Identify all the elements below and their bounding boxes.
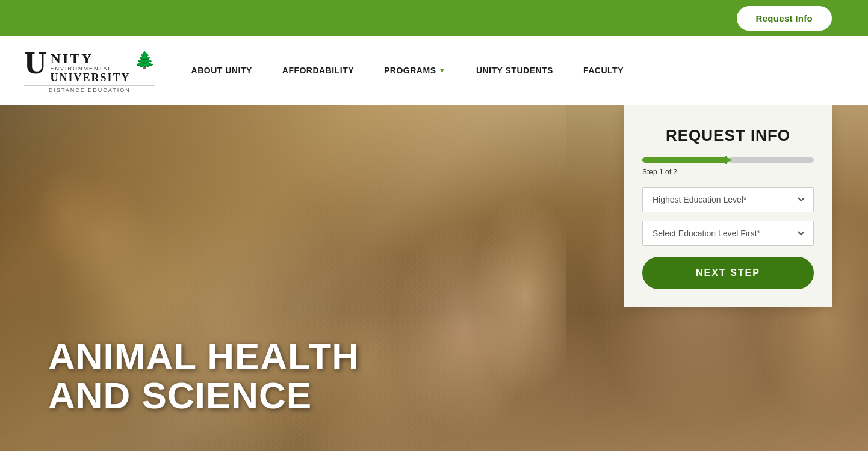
request-info-card: REQUEST INFO Step 1 of 2 Highest Educati… [624, 105, 832, 307]
progress-step-1 [642, 157, 727, 163]
logo-environmental: ENVIRONMENTAL [51, 66, 131, 72]
education-level-second-select[interactable]: Select Education Level First* [642, 221, 814, 246]
progress-bar [642, 157, 814, 163]
logo-u: U [24, 48, 47, 79]
top-request-info-button[interactable]: Request Info [737, 6, 832, 31]
next-step-button[interactable]: NEXT STEP [642, 257, 814, 289]
nav-affordability[interactable]: AFFORDABILITY [282, 66, 354, 75]
logo: U NITY ENVIRONMENTAL UNIVERSITY 🌲 DISTAN… [24, 48, 155, 93]
programs-dropdown-arrow: ▼ [438, 66, 445, 75]
progress-step-2 [730, 157, 814, 163]
nav-programs[interactable]: PROGRAMS ▼ [384, 66, 446, 75]
logo-subtitle: DISTANCE EDUCATION [24, 85, 155, 93]
nav-faculty[interactable]: FACULTY [583, 66, 624, 75]
top-bar: Request Info [0, 0, 868, 36]
hero-section: ANIMAL HEALTHAND SCIENCE REQUEST INFO St… [0, 105, 868, 451]
education-level-select[interactable]: Highest Education Level* High School / G… [642, 187, 814, 212]
card-title: REQUEST INFO [642, 126, 814, 145]
logo-right-text: NITY ENVIRONMENTAL UNIVERSITY [51, 48, 131, 84]
nav-about-unity[interactable]: ABOUT UNITY [191, 66, 252, 75]
logo-university: UNIVERSITY [51, 72, 131, 84]
step-label: Step 1 of 2 [642, 168, 814, 176]
nav-unity-students[interactable]: UNITY STUDENTS [476, 66, 553, 75]
tree-icon: 🌲 [134, 50, 155, 70]
nav-links: ABOUT UNITY AFFORDABILITY PROGRAMS ▼ UNI… [191, 66, 624, 75]
logo-nity: NITY [51, 51, 131, 66]
hero-title: ANIMAL HEALTHAND SCIENCE [48, 337, 359, 415]
navigation: U NITY ENVIRONMENTAL UNIVERSITY 🌲 DISTAN… [0, 36, 868, 105]
nav-programs-label: PROGRAMS [384, 66, 436, 75]
